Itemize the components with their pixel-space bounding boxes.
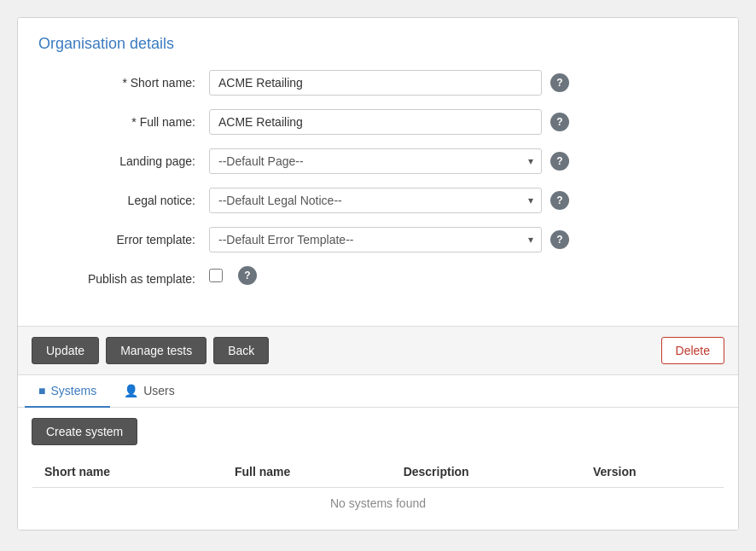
tab-users-label: Users — [143, 384, 175, 397]
delete-button[interactable]: Delete — [661, 337, 724, 364]
update-button[interactable]: Update — [32, 337, 99, 364]
error-template-select-wrapper: --Default Error Template-- ▾ — [209, 227, 542, 252]
legal-notice-select-wrapper: --Default Legal Notice-- ▾ — [209, 188, 542, 213]
landing-page-select-wrapper: --Default Page-- ▾ — [209, 148, 542, 174]
legal-notice-row: Legal notice: --Default Legal Notice-- ▾… — [38, 188, 718, 213]
no-data-message: No systems found — [32, 488, 724, 519]
tab-systems[interactable]: ■ Systems — [25, 375, 110, 408]
tab-content-systems: Create system Short name Full name Descr… — [18, 408, 738, 530]
action-bar: Update Manage tests Back Delete — [18, 326, 738, 375]
col-short-name: Short name — [32, 456, 223, 488]
org-details-section: Organisation details * Short name: ? * F… — [18, 18, 738, 326]
main-container: Organisation details * Short name: ? * F… — [17, 17, 739, 531]
systems-table-header-row: Short name Full name Description Version — [32, 456, 724, 488]
systems-table-body: No systems found — [32, 488, 724, 519]
col-version: Version — [581, 456, 724, 488]
tabs-section: ■ Systems 👤 Users Create system Short na… — [18, 375, 738, 530]
back-button[interactable]: Back — [213, 337, 269, 364]
tab-navigation: ■ Systems 👤 Users — [18, 375, 738, 408]
systems-tab-icon: ■ — [38, 384, 45, 397]
action-bar-left: Update Manage tests Back — [32, 337, 269, 364]
full-name-label: * Full name: — [38, 115, 209, 129]
publish-template-checkbox-row: ? — [209, 266, 257, 285]
full-name-row: * Full name: ? — [38, 109, 718, 135]
landing-page-label: Landing page: — [38, 154, 209, 168]
landing-page-select[interactable]: --Default Page-- — [209, 148, 542, 174]
error-template-label: Error template: — [38, 233, 209, 246]
manage-tests-button[interactable]: Manage tests — [106, 337, 206, 364]
create-btn-row: Create system — [32, 418, 724, 445]
short-name-row: * Short name: ? — [38, 70, 718, 96]
no-data-row: No systems found — [32, 488, 724, 519]
col-description: Description — [392, 456, 581, 488]
publish-template-row: Publish as template: ? — [38, 266, 718, 292]
systems-table-head: Short name Full name Description Version — [32, 456, 724, 488]
short-name-label: * Short name: — [38, 76, 209, 90]
error-template-row: Error template: --Default Error Template… — [38, 227, 718, 252]
systems-table: Short name Full name Description Version… — [32, 455, 724, 519]
short-name-help-icon[interactable]: ? — [550, 73, 569, 92]
landing-page-row: Landing page: --Default Page-- ▾ ? — [38, 148, 718, 174]
landing-page-help-icon[interactable]: ? — [550, 152, 569, 171]
tab-systems-label: Systems — [50, 384, 96, 397]
publish-template-checkbox[interactable] — [209, 269, 223, 282]
action-bar-right: Delete — [661, 337, 724, 364]
legal-notice-select[interactable]: --Default Legal Notice-- — [209, 188, 542, 213]
publish-template-help-icon[interactable]: ? — [238, 266, 257, 285]
section-title: Organisation details — [38, 35, 718, 53]
full-name-input[interactable] — [209, 109, 542, 135]
create-system-button[interactable]: Create system — [32, 418, 137, 445]
col-full-name: Full name — [223, 456, 392, 488]
legal-notice-help-icon[interactable]: ? — [550, 191, 569, 210]
short-name-input[interactable] — [209, 70, 542, 96]
legal-notice-label: Legal notice: — [38, 194, 209, 207]
tab-users[interactable]: 👤 Users — [110, 375, 189, 408]
error-template-select[interactable]: --Default Error Template-- — [209, 227, 542, 252]
users-tab-icon: 👤 — [124, 384, 138, 397]
full-name-help-icon[interactable]: ? — [550, 113, 569, 131]
publish-template-label: Publish as template: — [38, 272, 209, 286]
error-template-help-icon[interactable]: ? — [550, 230, 569, 249]
